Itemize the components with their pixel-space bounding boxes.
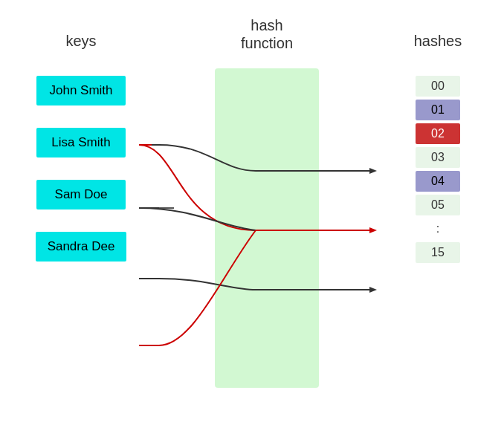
hash-function-background bbox=[215, 68, 319, 388]
svg-marker-2 bbox=[369, 168, 377, 174]
hash-diagram: keys John Smith Lisa Smith Sam Doe Sandr… bbox=[29, 15, 475, 431]
hashes-column: hashes 00 01 02 03 04 05 : 15 bbox=[401, 15, 475, 266]
hash-00: 00 bbox=[416, 76, 460, 97]
hash-02: 02 bbox=[416, 123, 460, 144]
keys-column: keys John Smith Lisa Smith Sam Doe Sandr… bbox=[29, 15, 133, 284]
hashes-header: hashes bbox=[414, 22, 462, 61]
hash-05: 05 bbox=[416, 195, 460, 215]
key-sandra-dee: Sandra Dee bbox=[36, 232, 127, 262]
key-lisa-smith: Lisa Smith bbox=[36, 128, 126, 157]
key-john-smith: John Smith bbox=[36, 76, 126, 105]
hash-01: 01 bbox=[416, 100, 460, 120]
hash-03: 03 bbox=[416, 147, 460, 168]
hash-function-column: hashfunction bbox=[207, 15, 326, 68]
key-sam-doe: Sam Doe bbox=[36, 180, 126, 209]
svg-marker-6 bbox=[369, 287, 377, 293]
hash-ellipsis: : bbox=[416, 218, 460, 239]
keys-header: keys bbox=[65, 22, 96, 61]
hash-15: 15 bbox=[416, 242, 460, 263]
svg-marker-4 bbox=[369, 227, 377, 233]
hash-04: 04 bbox=[416, 171, 460, 192]
hash-function-header: hashfunction bbox=[241, 15, 293, 53]
